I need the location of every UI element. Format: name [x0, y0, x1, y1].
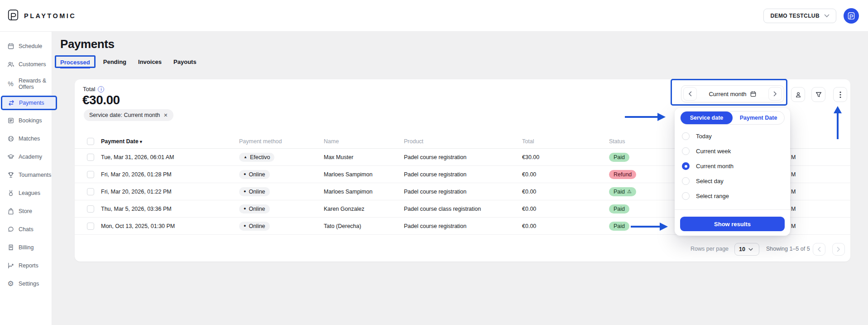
- customers-icon: [7, 61, 14, 68]
- column-total[interactable]: Total: [522, 138, 534, 145]
- previous-page-button[interactable]: [813, 243, 825, 256]
- status-badge: Paid⚠: [609, 187, 636, 196]
- sidebar-item-reports[interactable]: Reports: [0, 257, 52, 275]
- annotation-arrow-to-show-results: [631, 226, 661, 228]
- obscured-column-fragment: M: [791, 223, 796, 229]
- row-checkbox[interactable]: [87, 154, 94, 161]
- tab-processed[interactable]: Processed: [60, 56, 90, 68]
- chevron-left-icon: [688, 91, 692, 97]
- sidebar-item-store[interactable]: Store: [0, 202, 52, 220]
- option-select-range[interactable]: Select range: [675, 189, 790, 204]
- column-payment-method[interactable]: Payment method: [239, 138, 282, 145]
- select-all-checkbox[interactable]: [87, 138, 94, 145]
- filters-button[interactable]: [811, 87, 825, 102]
- column-name[interactable]: Name: [324, 138, 339, 145]
- column-status[interactable]: Status: [609, 138, 625, 145]
- tab-service-date[interactable]: Service date: [681, 112, 733, 124]
- column-product[interactable]: Product: [404, 138, 423, 145]
- person-icon: [795, 91, 802, 98]
- tab-payment-date[interactable]: Payment Date: [733, 115, 784, 121]
- column-payment-date[interactable]: Payment Date▾: [101, 138, 142, 145]
- name-cell: Max Muster: [324, 154, 353, 160]
- payment-method-cell: ●Online: [239, 187, 270, 196]
- sidebar-item-label: Settings: [19, 281, 39, 287]
- radio-selected-icon[interactable]: [682, 162, 690, 170]
- status-badge: Paid: [609, 204, 629, 213]
- playtomic-app-button[interactable]: [844, 8, 859, 24]
- tab-invoices[interactable]: Invoices: [138, 56, 162, 68]
- annotation-arrow-to-popover: [625, 116, 658, 118]
- sidebar-item-chats[interactable]: Chats: [0, 220, 52, 238]
- info-icon[interactable]: i: [98, 86, 104, 92]
- next-period-button[interactable]: [768, 87, 782, 101]
- sidebar-item-payments[interactable]: Payments: [1, 96, 57, 110]
- row-checkbox[interactable]: [87, 171, 94, 178]
- option-current-month[interactable]: Current month: [675, 159, 790, 174]
- sidebar-item-label: Leagues: [19, 190, 40, 196]
- date-range-button[interactable]: Current month: [699, 91, 767, 97]
- tab-payouts[interactable]: Payouts: [173, 56, 197, 68]
- more-options-button[interactable]: [833, 87, 847, 102]
- payment-method-cell: ▲Efectivo: [239, 153, 274, 162]
- radio-icon[interactable]: [682, 147, 690, 155]
- transfer-arrows-icon: [7, 99, 15, 107]
- annotation-arrowhead: [834, 106, 842, 113]
- annotation-arrowhead: [660, 223, 668, 231]
- medal-icon: [7, 189, 14, 197]
- name-cell: Karen Gonzalez: [324, 206, 364, 212]
- sidebar-item-academy[interactable]: Academy: [0, 148, 52, 166]
- sidebar-item-billing[interactable]: Billing: [0, 238, 52, 257]
- option-today[interactable]: Today: [675, 129, 790, 144]
- annotation-arrowhead: [657, 113, 666, 121]
- sidebar-item-rewards-offers[interactable]: % Rewards & Offers: [0, 73, 52, 94]
- total-label: Total: [83, 86, 95, 92]
- next-page-button[interactable]: [832, 243, 845, 256]
- chat-bubble-icon: [7, 226, 14, 233]
- option-select-day[interactable]: Select day: [675, 174, 790, 189]
- row-checkbox[interactable]: [87, 188, 94, 195]
- row-checkbox[interactable]: [87, 205, 94, 213]
- sidebar-item-settings[interactable]: ⚙ Settings: [0, 275, 52, 293]
- payment-date-cell: Tue, Mar 31, 2026, 06:01 AM: [101, 154, 174, 160]
- option-current-week[interactable]: Current week: [675, 144, 790, 159]
- playtomic-logo-icon: [847, 12, 855, 20]
- brand: PLAYTOMIC: [7, 9, 76, 23]
- sidebar-item-tournaments[interactable]: Tournaments: [0, 166, 52, 184]
- ball-icon: [7, 135, 14, 143]
- radio-icon[interactable]: [682, 192, 690, 200]
- product-cell: Padel course registration: [404, 223, 466, 229]
- payment-date-cell: Fri, Mar 20, 2026, 01:22 PM: [101, 189, 172, 195]
- sidebar-item-label: Billing: [19, 244, 34, 251]
- online-method-icon: ●: [244, 189, 246, 194]
- club-selector-button[interactable]: DEMO TESTCLUB: [763, 9, 836, 23]
- customer-filter-button[interactable]: [791, 87, 805, 102]
- shopping-bag-icon: [7, 208, 14, 215]
- tab-pending[interactable]: Pending: [103, 56, 126, 68]
- chevron-right-icon: [837, 247, 840, 252]
- online-method-icon: ●: [244, 172, 246, 176]
- option-label: Current week: [696, 148, 731, 155]
- payment-date-cell: Thu, Mar 5, 2026, 03:36 PM: [101, 206, 172, 212]
- sidebar-item-label: Customers: [19, 61, 46, 68]
- chevron-left-icon: [817, 247, 821, 252]
- sidebar-item-bookings[interactable]: Bookings: [0, 112, 52, 130]
- sidebar-item-schedule[interactable]: Schedule: [0, 37, 52, 55]
- rows-per-page-value: 10: [739, 246, 745, 252]
- sidebar-item-label: Bookings: [19, 117, 42, 124]
- sidebar-item-matches[interactable]: Matches: [0, 130, 52, 148]
- payment-date-cell: Mon, Oct 13, 2025, 01:30 PM: [101, 223, 175, 229]
- active-filter-chip[interactable]: Service date: Current month ✕: [84, 109, 173, 121]
- close-icon[interactable]: ✕: [163, 112, 168, 118]
- previous-period-button[interactable]: [683, 87, 697, 101]
- total-label-row: Total i: [83, 86, 104, 92]
- rows-per-page-label: Rows per page: [691, 246, 729, 252]
- sidebar-item-leagues[interactable]: Leagues: [0, 184, 52, 202]
- sidebar-item-customers[interactable]: Customers: [0, 55, 52, 73]
- sidebar-item-label: Chats: [19, 226, 34, 233]
- show-results-button[interactable]: Show results: [680, 217, 785, 231]
- rows-per-page-select[interactable]: 10: [734, 243, 759, 256]
- product-cell: Padel course registration: [404, 154, 466, 160]
- radio-icon[interactable]: [682, 132, 690, 140]
- row-checkbox[interactable]: [87, 223, 94, 230]
- radio-icon[interactable]: [682, 177, 690, 185]
